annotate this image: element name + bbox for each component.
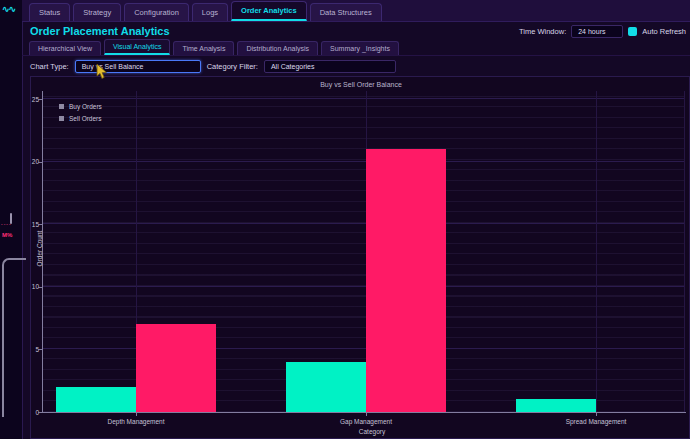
gridline-x-2 xyxy=(596,91,597,412)
category-filter-select[interactable]: All Categories xyxy=(264,60,396,73)
auto-refresh-label: Auto Refresh xyxy=(642,27,686,36)
tab-data-structures[interactable]: Data Structures xyxy=(310,3,382,21)
ytick-label-20: 20 xyxy=(25,158,39,165)
legend-marker-icon xyxy=(59,116,64,121)
ytick-mark-25 xyxy=(38,99,42,100)
legend-label: Sell Orders xyxy=(69,115,102,122)
plot-area xyxy=(42,91,685,412)
xtick-mark-0 xyxy=(136,413,137,416)
app-window: ∿∿ ---- M% StatusStrategyConfigurationLo… xyxy=(0,0,690,439)
bar-buy-orders-depth-management xyxy=(56,387,136,412)
subtab-visual-analytics[interactable]: Visual Analytics xyxy=(104,39,171,55)
chart-type-label: Chart Type: xyxy=(30,62,69,71)
time-controls: Time Window: 24 hours Auto Refresh xyxy=(519,25,686,38)
legend-item-sell-orders: Sell Orders xyxy=(59,115,102,122)
bar-sell-orders-gap-management xyxy=(366,149,446,412)
ytick-mark-0 xyxy=(38,412,42,413)
xtick-label-1: Gap Management xyxy=(306,418,426,425)
category-filter-label: Category Filter: xyxy=(207,62,258,71)
tab-configuration[interactable]: Configuration xyxy=(124,3,189,21)
tab-order-analytics[interactable]: Order Analytics xyxy=(231,1,307,21)
waveform-logo-icon: ∿∿ xyxy=(2,4,15,14)
main-area: StatusStrategyConfigurationLogsOrder Ana… xyxy=(22,0,690,439)
legend-marker-icon xyxy=(59,104,64,109)
header-row: Order Placement Analytics Time Window: 2… xyxy=(22,22,690,40)
tab-status[interactable]: Status xyxy=(29,3,70,21)
bar-buy-orders-spread-management xyxy=(516,399,596,412)
filter-row: Chart Type: Buy vs Sell Balance Category… xyxy=(22,56,690,76)
legend-item-buy-orders: Buy Orders xyxy=(59,103,102,110)
subtab-summary-insights[interactable]: Summary _Insights xyxy=(321,41,399,55)
background-window-sliver: ∿∿ ---- M% xyxy=(0,0,23,439)
ytick-mark-15 xyxy=(38,224,42,225)
page-title: Order Placement Analytics xyxy=(30,25,170,37)
x-axis-line xyxy=(42,412,686,413)
chart-legend: Buy OrdersSell Orders xyxy=(59,103,102,122)
legend-label: Buy Orders xyxy=(69,103,102,110)
ytick-label-25: 25 xyxy=(25,96,39,103)
ytick-mark-5 xyxy=(38,349,42,350)
time-window-label: Time Window: xyxy=(519,27,566,36)
gridline-y-10 xyxy=(42,286,685,287)
top-tab-bar: StatusStrategyConfigurationLogsOrder Ana… xyxy=(22,0,690,22)
ytick-mark-20 xyxy=(38,162,42,163)
ytick-mark-10 xyxy=(38,287,42,288)
y-axis-title: Order Count xyxy=(36,231,43,267)
sliver-text-fragment: ---- xyxy=(1,221,12,227)
gridline-y-25 xyxy=(42,98,685,99)
subtab-time-analysis[interactable]: Time Analysis xyxy=(173,41,234,55)
bar-sell-orders-depth-management xyxy=(136,324,216,412)
chart-type-select[interactable]: Buy vs Sell Balance xyxy=(75,60,201,73)
sliver-text-fragment: M% xyxy=(2,232,12,238)
xtick-mark-2 xyxy=(596,413,597,416)
ytick-label-5: 5 xyxy=(25,346,39,353)
ytick-label-10: 10 xyxy=(25,283,39,290)
bar-buy-orders-gap-management xyxy=(286,362,366,412)
mouse-cursor-icon xyxy=(96,64,108,80)
xtick-label-2: Spread Management xyxy=(536,418,656,425)
chart-title: Buy vs Sell Order Balance xyxy=(31,81,690,88)
subtab-hierarchical-view[interactable]: Hierarchical View xyxy=(29,41,101,55)
xtick-label-0: Depth Management xyxy=(76,418,196,425)
ytick-label-0: 0 xyxy=(25,409,39,416)
subtab-bar: Hierarchical ViewVisual AnalyticsTime An… xyxy=(22,40,690,56)
tab-logs[interactable]: Logs xyxy=(192,3,228,21)
gridline-y-15 xyxy=(42,223,685,224)
time-window-select[interactable]: 24 hours xyxy=(571,25,623,38)
subtab-distribution-analysis[interactable]: Distribution Analysis xyxy=(237,41,318,55)
x-axis-title: Category xyxy=(312,428,432,435)
ytick-label-15: 15 xyxy=(25,221,39,228)
gridline-x-3 xyxy=(684,91,685,412)
tab-strategy[interactable]: Strategy xyxy=(73,3,121,21)
gridline-y-20 xyxy=(42,161,685,162)
auto-refresh-checkbox[interactable] xyxy=(628,27,637,36)
xtick-mark-1 xyxy=(366,413,367,416)
chart-panel: Buy vs Sell Order Balance Order Count Ca… xyxy=(30,76,690,439)
